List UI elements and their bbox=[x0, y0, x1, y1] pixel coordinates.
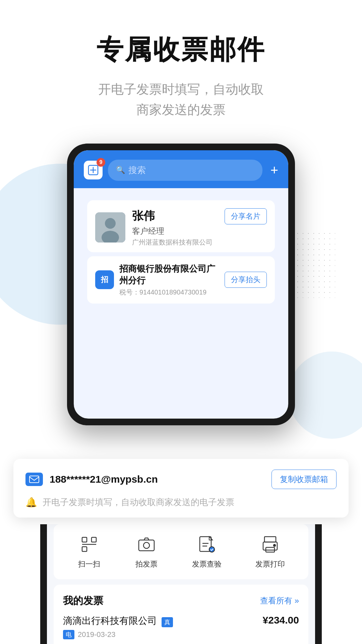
quick-actions: 扫一扫 拍发票 bbox=[54, 524, 308, 579]
action-print[interactable]: 发票打印 bbox=[255, 534, 285, 569]
subtitle-line2: 商家发送的发票 bbox=[136, 103, 226, 117]
svg-rect-5 bbox=[82, 537, 87, 542]
copy-email-button[interactable]: 复制收票邮箱 bbox=[272, 470, 337, 489]
phone-area: 9 🔍 搜索 + bbox=[0, 144, 362, 466]
email-box: 188******21@mypsb.cn 复制收票邮箱 🔔 开电子发票时填写，自… bbox=[13, 459, 349, 518]
svg-rect-6 bbox=[92, 537, 96, 542]
phone-bottom-area: 扫一扫 拍发票 bbox=[47, 524, 315, 644]
svg-point-18 bbox=[274, 544, 276, 546]
add-icon[interactable]: + bbox=[270, 163, 278, 178]
invoice-company-row: 滴滴出行科技有限公司 真 bbox=[63, 614, 173, 628]
subtitle-line1: 开电子发票时填写，自动收取 bbox=[98, 82, 264, 96]
hero-section: 专属收票邮件 开电子发票时填写，自动收取 商家发送的发票 bbox=[0, 0, 362, 133]
invoice-amount: ¥234.00 bbox=[263, 614, 299, 626]
invoice-real-badge: 真 bbox=[162, 617, 173, 627]
print-label: 发票打印 bbox=[255, 559, 285, 569]
scan-label: 扫一扫 bbox=[78, 559, 100, 569]
bell-icon: 🔔 bbox=[25, 497, 37, 508]
notification-badge: 9 bbox=[97, 158, 105, 167]
bank-card: 招 招商银行股份有限公司广州分行 税号：914401018904730019 分… bbox=[87, 256, 275, 304]
email-icon bbox=[25, 473, 43, 486]
action-scan[interactable]: 扫一扫 bbox=[77, 534, 101, 569]
page-title: 专属收票邮件 bbox=[20, 34, 342, 66]
bank-name: 招商银行股份有限公司广州分行 bbox=[119, 263, 219, 286]
contact-name: 张伟 bbox=[132, 208, 218, 224]
print-icon bbox=[258, 534, 282, 554]
contact-card: 张伟 客户经理 广州湛蓝数据科技有限公司 分享名片 bbox=[87, 200, 275, 252]
contact-info: 张伟 客户经理 广州湛蓝数据科技有限公司 bbox=[132, 208, 218, 247]
invoice-row: 滴滴出行科技有限公司 真 电 2019-03-23 ¥234.00 bbox=[63, 614, 299, 644]
avatar bbox=[95, 212, 125, 243]
contact-title: 客户经理 bbox=[132, 226, 218, 236]
invoice-date: 2019-03-23 bbox=[78, 630, 116, 639]
svg-rect-7 bbox=[82, 547, 87, 551]
search-placeholder: 搜索 bbox=[128, 164, 146, 176]
hero-subtitle: 开电子发票时填写，自动收取 商家发送的发票 bbox=[20, 79, 342, 120]
bank-icon: 招 bbox=[95, 270, 114, 289]
bg-circle-right bbox=[288, 352, 362, 439]
scan-icon bbox=[77, 534, 101, 554]
email-note-row: 🔔 开电子发票时填写，自动收取商家发送的电子发票 bbox=[25, 496, 337, 508]
invoice-title: 我的发票 bbox=[63, 594, 103, 608]
invoice-company: 滴滴出行科技有限公司 bbox=[63, 615, 157, 626]
svg-point-2 bbox=[105, 218, 116, 229]
svg-rect-4 bbox=[29, 476, 39, 483]
bank-tax: 税号：914401018904730019 bbox=[119, 288, 219, 297]
svg-point-14 bbox=[209, 547, 215, 552]
svg-point-10 bbox=[143, 542, 149, 548]
email-address: 188******21@mypsb.cn bbox=[50, 474, 265, 485]
search-bar[interactable]: 🔍 搜索 bbox=[108, 160, 262, 181]
camera-label: 拍发票 bbox=[135, 559, 158, 569]
view-all-button[interactable]: 查看所有 » bbox=[260, 595, 299, 606]
search-icon: 🔍 bbox=[116, 166, 125, 174]
svg-rect-9 bbox=[139, 540, 154, 551]
invoice-date-row: 电 2019-03-23 bbox=[63, 630, 173, 639]
email-note: 开电子发票时填写，自动收取商家发送的电子发票 bbox=[43, 496, 234, 508]
phone-screen: 9 🔍 搜索 + bbox=[74, 150, 288, 419]
invoice-info: 滴滴出行科技有限公司 真 电 2019-03-23 bbox=[63, 614, 173, 640]
elec-badge: 电 bbox=[63, 630, 74, 639]
contact-company: 广州湛蓝数据科技有限公司 bbox=[132, 238, 218, 247]
action-camera[interactable]: 拍发票 bbox=[135, 534, 158, 569]
verify-icon bbox=[195, 534, 219, 554]
dot-pattern bbox=[295, 231, 335, 298]
action-verify[interactable]: 发票查验 bbox=[192, 534, 222, 569]
app-logo-wrap: 9 bbox=[84, 161, 103, 179]
camera-icon bbox=[135, 534, 158, 554]
share-header-button[interactable]: 分享抬头 bbox=[225, 272, 267, 288]
invoice-card: 我的发票 查看所有 » 滴滴出行科技有限公司 真 电 2019-03-23 ¥2… bbox=[54, 585, 308, 644]
share-card-button[interactable]: 分享名片 bbox=[225, 208, 267, 224]
bank-info: 招商银行股份有限公司广州分行 税号：914401018904730019 bbox=[119, 263, 219, 297]
contact-top: 张伟 客户经理 广州湛蓝数据科技有限公司 分享名片 bbox=[95, 208, 267, 247]
phone-frame: 9 🔍 搜索 + bbox=[67, 144, 295, 425]
email-row: 188******21@mypsb.cn 复制收票邮箱 bbox=[25, 470, 337, 489]
svg-rect-15 bbox=[264, 537, 276, 542]
verify-label: 发票查验 bbox=[192, 559, 222, 569]
invoice-header: 我的发票 查看所有 » bbox=[63, 594, 299, 608]
app-header: 9 🔍 搜索 + bbox=[74, 150, 288, 188]
